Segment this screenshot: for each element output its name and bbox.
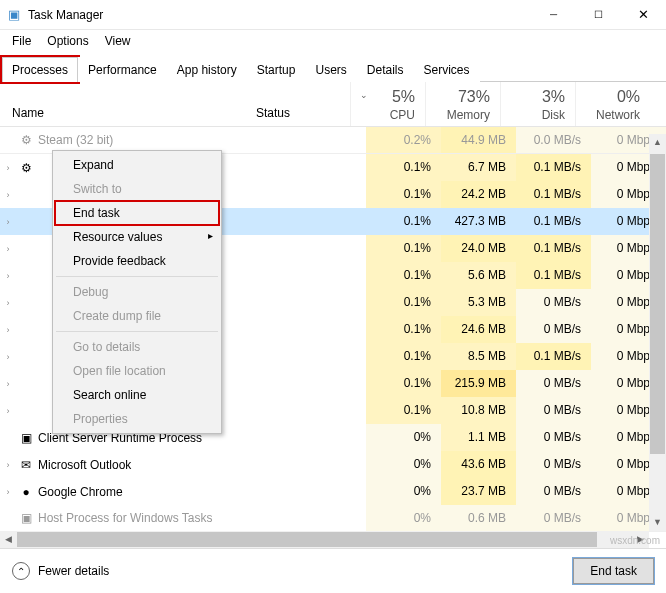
ctx-resource-label: Resource values (73, 230, 162, 244)
ctx-expand[interactable]: Expand (55, 153, 219, 177)
col-status[interactable]: Status (250, 106, 350, 126)
disk-cell: 0 MB/s (516, 316, 591, 343)
disk-cell: 0.1 MB/s (516, 262, 591, 289)
title-bar: ▣ Task Manager ─ ☐ ✕ (0, 0, 666, 30)
tab-processes[interactable]: Processes (2, 57, 78, 82)
expand-chevron-icon[interactable]: › (0, 379, 16, 389)
expand-chevron-icon[interactable]: › (0, 244, 16, 254)
ctx-properties: Properties (55, 407, 219, 431)
cpu-cell: 0.1% (366, 235, 441, 262)
process-icon: ⚙ (16, 161, 36, 175)
tab-performance[interactable]: Performance (78, 57, 167, 82)
mem-cell: 43.6 MB (441, 451, 516, 478)
fewer-details-icon[interactable]: ⌃ (12, 562, 30, 580)
col-memory[interactable]: 73% Memory (425, 82, 500, 126)
expand-chevron-icon[interactable]: › (0, 460, 16, 470)
footer: ⌃ Fewer details End task (0, 548, 666, 593)
disk-cell: 0.1 MB/s (516, 154, 591, 181)
expand-chevron-icon[interactable]: › (0, 487, 16, 497)
disk-cell: 0.1 MB/s (516, 181, 591, 208)
window-title: Task Manager (28, 8, 531, 22)
table-row[interactable]: ▣Host Process for Windows Tasks0%0.6 MB0… (0, 505, 666, 532)
process-icon: ● (16, 485, 36, 499)
tab-users[interactable]: Users (305, 57, 356, 82)
separator (56, 331, 218, 332)
process-icon: ✉ (16, 458, 36, 472)
menu-bar: File Options View (0, 30, 666, 52)
expand-chevron-icon[interactable]: › (0, 163, 16, 173)
scroll-thumb[interactable] (17, 532, 597, 547)
ctx-search-online[interactable]: Search online (55, 383, 219, 407)
disk-cell: 0 MB/s (516, 289, 591, 316)
menu-options[interactable]: Options (39, 31, 96, 51)
submenu-arrow-icon: ▸ (208, 230, 213, 241)
expand-chevron-icon[interactable]: › (0, 190, 16, 200)
process-icon: ⚙ (16, 133, 36, 147)
sort-indicator-icon: ⌄ (360, 90, 368, 100)
cpu-cell: 0.1% (366, 262, 441, 289)
expand-chevron-icon[interactable]: › (0, 298, 16, 308)
mem-pct: 73% (426, 88, 490, 106)
expand-chevron-icon[interactable]: › (0, 406, 16, 416)
tab-services[interactable]: Services (414, 57, 480, 82)
maximize-button[interactable]: ☐ (576, 0, 621, 30)
col-name[interactable]: Name (0, 106, 250, 126)
mem-cell: 5.6 MB (441, 262, 516, 289)
watermark: wsxdn.com (610, 535, 660, 546)
column-headers: Name Status 5% CPU 73% Memory 3% Disk 0%… (0, 82, 666, 127)
expand-chevron-icon[interactable]: › (0, 217, 16, 227)
scroll-left-icon[interactable]: ◀ (0, 531, 17, 548)
cpu-cell: 0% (366, 424, 441, 451)
menu-view[interactable]: View (97, 31, 139, 51)
mem-cell: 0.6 MB (441, 505, 516, 531)
mem-cell: 1.1 MB (441, 424, 516, 451)
mem-label: Memory (426, 108, 490, 122)
tab-app-history[interactable]: App history (167, 57, 247, 82)
table-row[interactable]: ›●Google Chrome0%23.7 MB0 MB/s0 Mbps (0, 478, 666, 505)
table-row[interactable]: ›✉Microsoft Outlook0%43.6 MB0 MB/s0 Mbps (0, 451, 666, 478)
minimize-button[interactable]: ─ (531, 0, 576, 30)
context-menu: Expand Switch to End task Resource value… (52, 150, 222, 434)
scroll-down-icon[interactable]: ▼ (649, 514, 666, 531)
col-cpu[interactable]: 5% CPU (350, 82, 425, 126)
disk-cell: 0 MB/s (516, 424, 591, 451)
fewer-details-link[interactable]: Fewer details (38, 564, 109, 578)
mem-cell: 10.8 MB (441, 397, 516, 424)
expand-chevron-icon[interactable]: › (0, 271, 16, 281)
process-icon: ▣ (16, 431, 36, 445)
col-network[interactable]: 0% Network (575, 82, 650, 126)
vertical-scrollbar[interactable]: ▲ ▼ (649, 134, 666, 531)
net-pct: 0% (576, 88, 640, 106)
horizontal-scrollbar[interactable]: ◀ ▶ (0, 531, 649, 548)
col-disk[interactable]: 3% Disk (500, 82, 575, 126)
close-button[interactable]: ✕ (621, 0, 666, 30)
mem-cell: 24.0 MB (441, 235, 516, 262)
tab-bar: Processes Performance App history Startu… (0, 56, 666, 82)
scroll-thumb[interactable] (650, 154, 665, 454)
menu-file[interactable]: File (4, 31, 39, 51)
ctx-provide-feedback[interactable]: Provide feedback (55, 249, 219, 273)
process-icon: ▣ (16, 511, 36, 525)
mem-cell: 6.7 MB (441, 154, 516, 181)
disk-cell: 0 MB/s (516, 397, 591, 424)
tab-startup[interactable]: Startup (247, 57, 306, 82)
ctx-end-task[interactable]: End task (55, 201, 219, 225)
scroll-up-icon[interactable]: ▲ (649, 134, 666, 151)
tab-details[interactable]: Details (357, 57, 414, 82)
process-name: Microsoft Outlook (36, 458, 366, 472)
expand-chevron-icon[interactable]: › (0, 352, 16, 362)
cpu-cell: 0.1% (366, 154, 441, 181)
ctx-resource-values[interactable]: Resource values▸ (55, 225, 219, 249)
end-task-button[interactable]: End task (573, 558, 654, 584)
cpu-cell: 0.1% (366, 208, 441, 235)
ctx-switch-to: Switch to (55, 177, 219, 201)
ctx-dump: Create dump file (55, 304, 219, 328)
mem-cell: 24.2 MB (441, 181, 516, 208)
disk-cell: 0.1 MB/s (516, 235, 591, 262)
disk-cell: 0 MB/s (516, 478, 591, 505)
mem-cell: 8.5 MB (441, 343, 516, 370)
cpu-cell: 0.1% (366, 181, 441, 208)
mem-cell: 427.3 MB (441, 208, 516, 235)
cpu-label: CPU (351, 108, 415, 122)
expand-chevron-icon[interactable]: › (0, 325, 16, 335)
